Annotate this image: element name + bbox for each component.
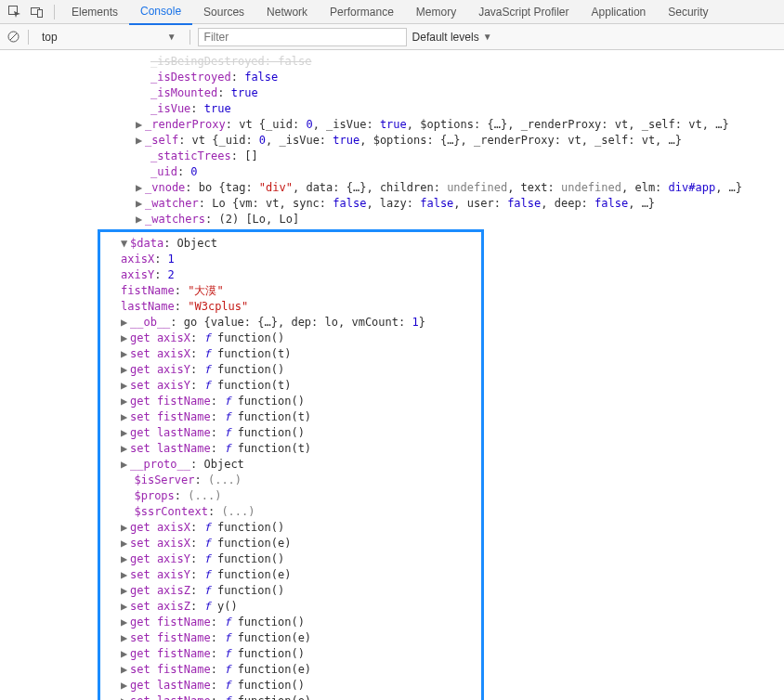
disclosure-arrow-icon[interactable]: ▶	[121, 378, 130, 394]
filter-input[interactable]	[198, 28, 407, 46]
console-line[interactable]: ▶__proto__: Object	[100, 457, 481, 473]
disclosure-arrow-icon[interactable]: ▶	[121, 630, 130, 646]
console-line: axisX: 1	[100, 252, 481, 267]
disclosure-arrow-icon[interactable]: ▶	[121, 346, 130, 362]
disclosure-arrow-icon[interactable]: ▶	[121, 678, 130, 694]
disclosure-arrow-icon[interactable]: ▶	[121, 662, 130, 678]
console-line[interactable]: ▶set fistName: f function(t)	[100, 409, 481, 425]
tab-application[interactable]: Application	[581, 0, 658, 24]
console-line[interactable]: ▶get axisX: f function()	[100, 331, 481, 346]
console-line[interactable]: ▶set axisX: f function(t)	[100, 346, 481, 362]
console-line[interactable]: ▶get lastName: f function()	[100, 425, 481, 441]
disclosure-arrow-icon[interactable]: ▶	[136, 196, 145, 212]
console-line: axisY: 2	[100, 267, 481, 283]
levels-label: Default levels	[412, 31, 479, 44]
console-line[interactable]: ▶__ob__: go {value: {…}, dep: lo, vmCoun…	[100, 315, 481, 331]
console-line[interactable]: ▶set fistName: f function(e)	[100, 662, 481, 678]
disclosure-arrow-icon[interactable]: ▼	[121, 236, 130, 252]
highlighted-region: ▼$data: Object axisX: 1 axisY: 2 fistNam…	[98, 229, 484, 700]
tab-sources[interactable]: Sources	[192, 0, 255, 24]
disclosure-arrow-icon[interactable]: ▶	[136, 180, 145, 196]
console-line[interactable]: ▼$data: Object	[100, 236, 481, 252]
disclosure-arrow-icon[interactable]: ▶	[121, 599, 130, 615]
disclosure-arrow-icon[interactable]: ▶	[121, 409, 130, 425]
console-line: _isMounted: true	[0, 85, 784, 101]
disclosure-arrow-icon[interactable]: ▶	[121, 394, 130, 409]
disclosure-arrow-icon[interactable]: ▶	[121, 551, 130, 567]
console-line[interactable]: $ssrContext: (...)	[100, 504, 481, 520]
svg-line-4	[10, 33, 17, 40]
separator	[28, 30, 29, 45]
clear-console-icon[interactable]	[6, 30, 20, 45]
console-line[interactable]: ▶set axisY: f function(t)	[100, 378, 481, 394]
context-selector[interactable]: top ▼	[36, 29, 182, 45]
console-line[interactable]: ▶_renderProxy: vt {_uid: 0, _isVue: true…	[0, 117, 784, 133]
disclosure-arrow-icon[interactable]: ▶	[121, 315, 130, 331]
tab-performance[interactable]: Performance	[319, 0, 405, 24]
console-line[interactable]: ▶set axisZ: f y()	[100, 599, 481, 615]
console-line[interactable]: ▶get fistName: f function()	[100, 615, 481, 630]
console-line: _isVue: true	[0, 101, 784, 117]
device-icon[interactable]	[30, 5, 45, 19]
disclosure-arrow-icon[interactable]: ▶	[121, 441, 130, 457]
inspect-icon[interactable]	[7, 5, 22, 19]
console-line: _staticTrees: []	[0, 149, 784, 164]
disclosure-arrow-icon[interactable]: ▶	[121, 694, 130, 700]
console-line: fistName: "大漠"	[100, 283, 481, 299]
disclosure-arrow-icon[interactable]: ▶	[121, 583, 130, 599]
console-line[interactable]: $isServer: (...)	[100, 473, 481, 488]
disclosure-arrow-icon[interactable]: ▶	[121, 615, 130, 630]
console-line[interactable]: ▶set axisY: f function(e)	[100, 567, 481, 583]
tab-security[interactable]: Security	[657, 0, 719, 24]
tab-network[interactable]: Network	[255, 0, 319, 24]
disclosure-arrow-icon[interactable]: ▶	[136, 117, 145, 133]
disclosure-arrow-icon[interactable]: ▶	[121, 567, 130, 583]
tab-memory[interactable]: Memory	[405, 0, 467, 24]
disclosure-arrow-icon[interactable]: ▶	[121, 536, 130, 551]
separator	[54, 5, 55, 19]
devtools-tabbar: Elements Console Sources Network Perform…	[0, 0, 784, 24]
disclosure-arrow-icon[interactable]: ▶	[121, 520, 130, 536]
tab-console[interactable]: Console	[129, 0, 192, 25]
console-line: _isBeingDestroyed: false	[0, 54, 784, 70]
svg-rect-2	[38, 9, 43, 17]
console-line: _isDestroyed: false	[0, 70, 784, 85]
console-line: lastName: "W3cplus"	[100, 299, 481, 315]
console-line[interactable]: ▶set axisX: f function(e)	[100, 536, 481, 551]
console-line[interactable]: ▶set lastName: f function(e)	[100, 694, 481, 700]
console-line[interactable]: ▶set lastName: f function(t)	[100, 441, 481, 457]
chevron-down-icon: ▼	[167, 32, 176, 42]
console-line[interactable]: ▶_watcher: Lo {vm: vt, sync: false, lazy…	[0, 196, 784, 212]
console-toolbar: top ▼ Default levels ▼	[0, 24, 784, 50]
disclosure-arrow-icon[interactable]: ▶	[136, 133, 145, 149]
disclosure-arrow-icon[interactable]: ▶	[121, 646, 130, 662]
console-line[interactable]: ▶get lastName: f function()	[100, 678, 481, 694]
disclosure-arrow-icon[interactable]: ▶	[121, 362, 130, 378]
console-line[interactable]: ▶set fistName: f function(e)	[100, 630, 481, 646]
console-line[interactable]: ▶_watchers: (2) [Lo, Lo]	[0, 212, 784, 227]
console-line[interactable]: ▶get axisY: f function()	[100, 362, 481, 378]
console-line[interactable]: ▶get axisZ: f function()	[100, 583, 481, 599]
context-label: top	[42, 31, 58, 44]
console-line[interactable]: ▶get axisX: f function()	[100, 520, 481, 536]
disclosure-arrow-icon[interactable]: ▶	[121, 425, 130, 441]
log-levels-selector[interactable]: Default levels ▼	[412, 31, 492, 44]
chevron-down-icon: ▼	[483, 32, 492, 42]
console-line: _uid: 0	[0, 164, 784, 180]
console-line[interactable]: ▶_self: vt {_uid: 0, _isVue: true, $opti…	[0, 133, 784, 149]
tab-jsprofiler[interactable]: JavaScript Profiler	[467, 0, 580, 24]
console-line[interactable]: $props: (...)	[100, 488, 481, 504]
disclosure-arrow-icon[interactable]: ▶	[121, 457, 130, 473]
disclosure-arrow-icon[interactable]: ▶	[121, 331, 130, 346]
tab-elements[interactable]: Elements	[60, 0, 129, 24]
console-line[interactable]: ▶get fistName: f function()	[100, 394, 481, 409]
console-line[interactable]: ▶get axisY: f function()	[100, 551, 481, 567]
disclosure-arrow-icon[interactable]: ▶	[136, 212, 145, 227]
console-line[interactable]: ▶_vnode: bo {tag: "div", data: {…}, chil…	[0, 180, 784, 196]
separator	[189, 30, 190, 45]
console-line[interactable]: ▶get fistName: f function()	[100, 646, 481, 662]
console-output: _isBeingDestroyed: false _isDestroyed: f…	[0, 50, 784, 700]
